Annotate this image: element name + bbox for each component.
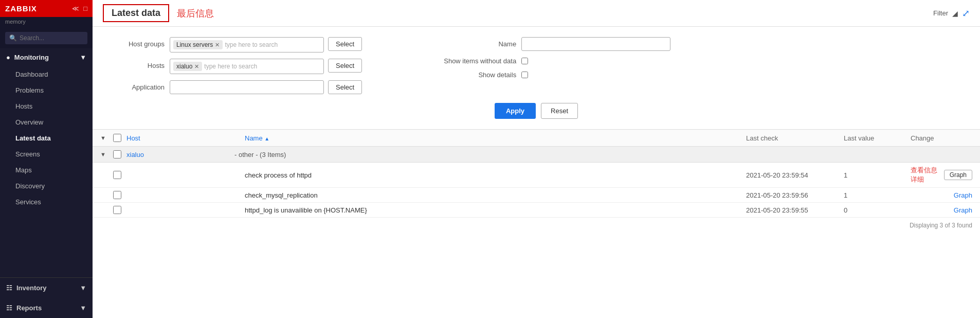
- col-header-host[interactable]: Host: [126, 134, 240, 142]
- monitoring-label: Monitoring: [14, 54, 49, 61]
- monitoring-icon: ●: [6, 54, 10, 61]
- reports-label: Reports: [16, 304, 42, 312]
- hosts-tag-input[interactable]: xialuo ✕ type here to search: [170, 59, 324, 74]
- table-header: ▼ Host Name ▲ Last check Last value Chan…: [93, 130, 980, 147]
- sidebar-item-problems[interactable]: Problems: [0, 82, 93, 98]
- row-name-1: check_mysql_replication: [245, 191, 741, 199]
- reports-icon: ☷: [6, 304, 12, 312]
- application-select-button[interactable]: Select: [328, 80, 362, 94]
- data-table-area: ▼ Host Name ▲ Last check Last value Chan…: [93, 130, 980, 318]
- sidebar-item-screens[interactable]: Screens: [0, 146, 93, 162]
- row-lastcheck-1: 2021-05-20 23:59:56: [746, 191, 839, 199]
- sidebar: ZABBIX ≪ □ memory 🔍 ● Monitoring ▼ Dashb…: [0, 0, 93, 318]
- collapse-icon[interactable]: ≪: [72, 5, 79, 12]
- filter-row-hostgroups: Host groups Linux servers ✕ type here to…: [113, 37, 362, 52]
- nav-bottom-section: ☷ Inventory ▼ ☷ Reports ▼: [0, 277, 93, 318]
- table-row: check process of httpd 2021-05-20 23:59:…: [93, 163, 980, 188]
- hosts-tag-remove[interactable]: ✕: [194, 63, 199, 70]
- show-items-without-data-checkbox[interactable]: [521, 58, 528, 64]
- row-change-1: Graph: [911, 191, 972, 199]
- monitoring-collapse-icon: ▼: [80, 54, 86, 61]
- select-all-checkbox[interactable]: [113, 134, 121, 142]
- host-groups-search-placeholder: type here to search: [225, 41, 278, 48]
- sidebar-item-dashboard[interactable]: Dashboard: [0, 66, 93, 82]
- sidebar-search-box: 🔍: [5, 32, 87, 44]
- nav-section: ● Monitoring ▼ Dashboard Problems Hosts …: [0, 48, 93, 277]
- hosts-input-group: xialuo ✕ type here to search Select: [170, 59, 362, 74]
- col-header-last-check: Last check: [746, 134, 839, 142]
- sidebar-item-maps[interactable]: Maps: [0, 162, 93, 178]
- graph-link-2[interactable]: Graph: [954, 206, 972, 214]
- expand-icon[interactable]: □: [83, 5, 87, 12]
- memory-label: memory: [0, 17, 93, 28]
- application-input[interactable]: [170, 80, 324, 94]
- name-input[interactable]: [521, 37, 670, 51]
- row-lastval-1: 1: [844, 191, 905, 199]
- name-label: Name: [434, 40, 516, 48]
- sidebar-item-overview[interactable]: Overview: [0, 114, 93, 130]
- group-label: - other - (3 Items): [234, 151, 286, 158]
- sidebar-item-hosts[interactable]: Hosts: [0, 98, 93, 114]
- sidebar-header-icons: ≪ □: [72, 5, 87, 12]
- sidebar-item-latest-data[interactable]: Latest data: [0, 130, 93, 146]
- table-expand-arrow[interactable]: ▼: [100, 135, 108, 141]
- host-groups-label: Host groups: [113, 37, 165, 48]
- group-expand-arrow[interactable]: ▼: [100, 151, 108, 157]
- group-checkbox[interactable]: [113, 150, 121, 158]
- sidebar-item-inventory[interactable]: ☷ Inventory ▼: [0, 278, 93, 298]
- row-lastval-0: 1: [844, 171, 905, 179]
- col-header-last-value: Last value: [844, 134, 905, 142]
- row-lastcheck-0: 2021-05-20 23:59:54: [746, 171, 839, 179]
- hosts-select-button[interactable]: Select: [328, 59, 362, 73]
- sidebar-search-input[interactable]: [20, 34, 83, 42]
- show-details-checkbox[interactable]: [521, 72, 528, 78]
- row-checkbox-1[interactable]: [113, 191, 121, 199]
- host-groups-select-button[interactable]: Select: [328, 37, 362, 51]
- fullscreen-icon[interactable]: ⤢: [962, 8, 970, 19]
- table-row: check_mysql_replication 2021-05-20 23:59…: [93, 188, 980, 203]
- graph-button-0[interactable]: Graph: [944, 170, 972, 180]
- filter-right: Name Show items without data Show detail…: [434, 37, 670, 100]
- row-name-0: check process of httpd: [245, 171, 741, 179]
- group-host-name[interactable]: xialuo: [126, 151, 229, 158]
- content-area: Host groups Linux servers ✕ type here to…: [93, 27, 980, 318]
- monitoring-nav-group[interactable]: ● Monitoring ▼: [0, 48, 93, 66]
- hosts-tag-label: xialuo: [176, 63, 192, 70]
- inventory-icon: ☷: [6, 284, 12, 292]
- hosts-tag-xialuo: xialuo ✕: [173, 62, 202, 71]
- top-bar-right: Filter ◢ ⤢: [933, 8, 970, 19]
- filter-label: Filter: [933, 9, 948, 17]
- reports-expand-icon: ▼: [80, 304, 86, 312]
- zabbix-logo: ZABBIX: [5, 4, 37, 13]
- row-checkbox-0[interactable]: [113, 171, 121, 179]
- page-title-chinese: 最后信息: [177, 7, 214, 20]
- table-group-row: ▼ xialuo - other - (3 Items): [93, 147, 980, 163]
- displaying-text: Displaying 3 of 3 found: [93, 218, 980, 233]
- show-items-label: Show items without data: [434, 57, 516, 65]
- host-groups-input-group: Linux servers ✕ type here to search Sele…: [170, 37, 362, 52]
- sidebar-item-services[interactable]: Services: [0, 194, 93, 210]
- sidebar-search-area: 🔍: [0, 28, 93, 48]
- hosts-search-placeholder: type here to search: [204, 63, 257, 70]
- filter-icon[interactable]: ◢: [952, 9, 958, 17]
- col-header-name[interactable]: Name ▲: [245, 134, 741, 142]
- application-input-group: Select: [170, 80, 362, 94]
- reset-button[interactable]: Reset: [541, 103, 578, 119]
- hosts-label: Hosts: [113, 59, 165, 69]
- host-groups-tag-input[interactable]: Linux servers ✕ type here to search: [170, 37, 324, 52]
- inventory-expand-icon: ▼: [80, 284, 86, 292]
- sidebar-item-discovery[interactable]: Discovery: [0, 178, 93, 194]
- filter-row-application: Application Select: [113, 80, 362, 94]
- show-details-label: Show details: [434, 71, 516, 79]
- top-bar: Latest data 最后信息 Filter ◢ ⤢: [93, 0, 980, 27]
- host-groups-tag-remove[interactable]: ✕: [215, 42, 220, 48]
- row-change-2: Graph: [911, 206, 972, 214]
- filter-row-hosts: Hosts xialuo ✕ type here to search Selec…: [113, 59, 362, 74]
- filter-show-details-row: Show details: [434, 71, 670, 79]
- application-label: Application: [113, 80, 165, 91]
- row-checkbox-2[interactable]: [113, 206, 121, 214]
- apply-button[interactable]: Apply: [495, 103, 536, 119]
- sidebar-item-reports[interactable]: ☷ Reports ▼: [0, 298, 93, 318]
- graph-link-1[interactable]: Graph: [954, 191, 972, 199]
- host-groups-tag-linux: Linux servers ✕: [173, 40, 223, 49]
